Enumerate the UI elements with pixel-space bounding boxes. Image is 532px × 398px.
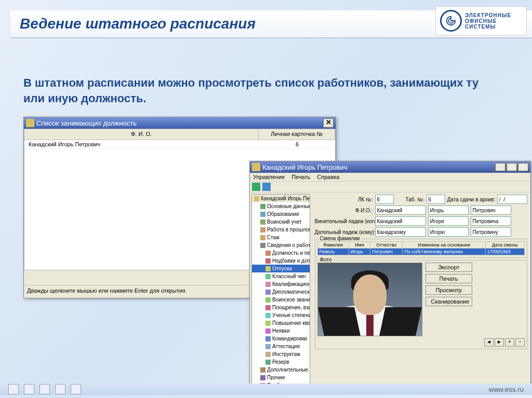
tree-item[interactable]: Аттестация	[252, 342, 310, 350]
export-button[interactable]: Экспорт	[425, 263, 472, 272]
tree-item[interactable]: Квалификационный раз	[252, 280, 310, 288]
app-icon	[252, 163, 260, 171]
tree-item[interactable]: Прочие	[252, 374, 310, 381]
tree-item[interactable]: Командировки	[252, 335, 310, 342]
menu-print[interactable]: Печать	[291, 174, 310, 180]
col-card[interactable]: Личная карточка №	[259, 129, 335, 140]
tree-item[interactable]: Основные данные	[252, 202, 310, 210]
table-row[interactable]: РевельИгорьПетровичПо собственному желан…	[317, 249, 524, 255]
patronymic-field[interactable]	[471, 205, 511, 215]
tree-item[interactable]: Стаж	[252, 234, 310, 241]
tree-item[interactable]: Классный чин	[252, 272, 310, 280]
print-button[interactable]: Печать	[425, 274, 472, 283]
footer-icon	[24, 384, 34, 394]
tree-item[interactable]: Дипломатический ранг	[252, 288, 310, 296]
next-icon[interactable]: ►	[495, 338, 504, 347]
close-icon[interactable]: ✕	[323, 118, 334, 128]
view-button[interactable]: Просмотр	[425, 285, 472, 295]
app-icon	[26, 119, 34, 127]
acc-surname[interactable]	[375, 216, 426, 226]
company-logo: ЭЛЕКТРОННЫЕОФИСНЫЕСИСТЕМЫ	[435, 6, 527, 35]
tree-item[interactable]: Ученые степени и зван	[252, 311, 310, 319]
employee-photo	[317, 263, 422, 336]
tree-item[interactable]: Дополнительные данн	[252, 366, 310, 374]
tree-item[interactable]: Образование	[252, 210, 310, 218]
tree-item[interactable]: Отпуска	[252, 265, 310, 272]
slide-subtitle: В штатном расписании можно просмотреть с…	[23, 75, 490, 106]
label-tab: Таб. №:	[396, 197, 424, 202]
dat-name[interactable]	[428, 227, 469, 237]
slide-footer: www.eos.ru	[0, 383, 532, 395]
footer-icon	[55, 384, 65, 394]
footer-url: www.eos.ru	[489, 386, 524, 393]
titlebar[interactable]: Список занимающих должность ✕	[24, 117, 336, 129]
tree-item[interactable]: Сведения о работе	[252, 241, 310, 249]
form-area: ЛК №: Таб. №: Дата сдачи в архив: Ф.И.О.…	[312, 193, 530, 389]
footer-icon	[39, 384, 50, 394]
label-accusative: Винительный падеж (кого):	[315, 218, 373, 224]
row-card: 6	[263, 141, 331, 147]
nav-buttons: ◄ ► + −	[317, 338, 525, 347]
label-dative: Дательный падеж (кому):	[315, 229, 373, 235]
photo-frame: Фото Экспорт Печать Просмотр Сканировани…	[315, 260, 527, 349]
menubar: Управление Печать Справка	[250, 173, 530, 182]
archive-date-field[interactable]	[497, 195, 527, 204]
tree-item[interactable]: Надбавки и доплат	[252, 257, 310, 265]
label-archive: Дата сдачи в архив:	[447, 197, 495, 202]
close-icon[interactable]: ✕	[518, 163, 528, 171]
window-title: Список занимающих должность	[36, 119, 137, 127]
window-title: Канадский Игорь Петрович	[262, 163, 347, 171]
add-icon[interactable]: +	[505, 338, 514, 347]
surname-table[interactable]: ФамилияИмяОтчествоИзменена на основанииД…	[317, 241, 525, 255]
slide-title: Ведение штатного расписания	[10, 16, 256, 32]
columns-header: Ф. И. О. Личная карточка №	[24, 129, 336, 140]
footer-icons	[8, 384, 81, 394]
footer-icon	[71, 384, 81, 394]
acc-name[interactable]	[428, 216, 469, 226]
nav-tree[interactable]: Канадский Игорь Петрович Основные данные…	[251, 194, 310, 387]
row-name: Канадский Игорь Петрович	[29, 141, 263, 147]
employee-card-window: Канадский Игорь Петрович _ □ ✕ Управлени…	[249, 161, 531, 390]
tree-item[interactable]: Воинский учет	[252, 218, 310, 226]
tree-item[interactable]: Поощрения, взыскания	[252, 304, 310, 311]
remove-icon[interactable]: −	[515, 338, 525, 347]
tree-item[interactable]: Воинское звание	[252, 296, 310, 304]
frame-title: Фото	[318, 257, 334, 263]
scan-button[interactable]: Сканирование	[425, 297, 472, 306]
name-field[interactable]	[428, 205, 469, 215]
surname-field[interactable]	[375, 205, 426, 215]
menu-manage[interactable]: Управление	[253, 174, 285, 180]
lk-field[interactable]	[375, 195, 394, 204]
maximize-icon[interactable]: □	[507, 163, 517, 171]
tree-item[interactable]: Повышение квалифика	[252, 319, 310, 327]
prev-icon[interactable]: ◄	[484, 338, 494, 347]
list-row[interactable]: Канадский Игорь Петрович 6	[24, 140, 335, 149]
tree-item[interactable]: Резерв	[252, 358, 310, 366]
col-fio[interactable]: Ф. И. О.	[24, 129, 259, 140]
refresh-icon[interactable]	[262, 183, 271, 191]
footer-icon	[8, 384, 19, 394]
tree-item[interactable]: Неявки	[252, 327, 310, 335]
label-lk: ЛК №:	[315, 197, 373, 202]
tree-item[interactable]: Инструктаж	[252, 350, 310, 358]
dat-patronymic[interactable]	[471, 227, 511, 237]
frame-title: Смена фамилии	[318, 236, 362, 241]
surname-change-frame: Смена фамилии ФамилияИмяОтчествоИзменена…	[315, 239, 527, 258]
label-fio: Ф.И.О.:	[315, 208, 373, 213]
tab-field[interactable]	[427, 195, 445, 204]
menu-help[interactable]: Справка	[317, 174, 339, 180]
save-icon[interactable]	[252, 183, 260, 191]
titlebar[interactable]: Канадский Игорь Петрович _ □ ✕	[250, 161, 530, 173]
acc-patronymic[interactable]	[471, 216, 511, 226]
tree-root[interactable]: Канадский Игорь Петрович	[252, 195, 310, 202]
tree-item[interactable]: Работа в прошлом	[252, 226, 310, 234]
toolbar	[250, 182, 530, 193]
minimize-icon[interactable]: _	[495, 163, 506, 171]
tree-item[interactable]: Должность и пере	[252, 249, 310, 257]
dat-surname[interactable]	[375, 227, 426, 237]
